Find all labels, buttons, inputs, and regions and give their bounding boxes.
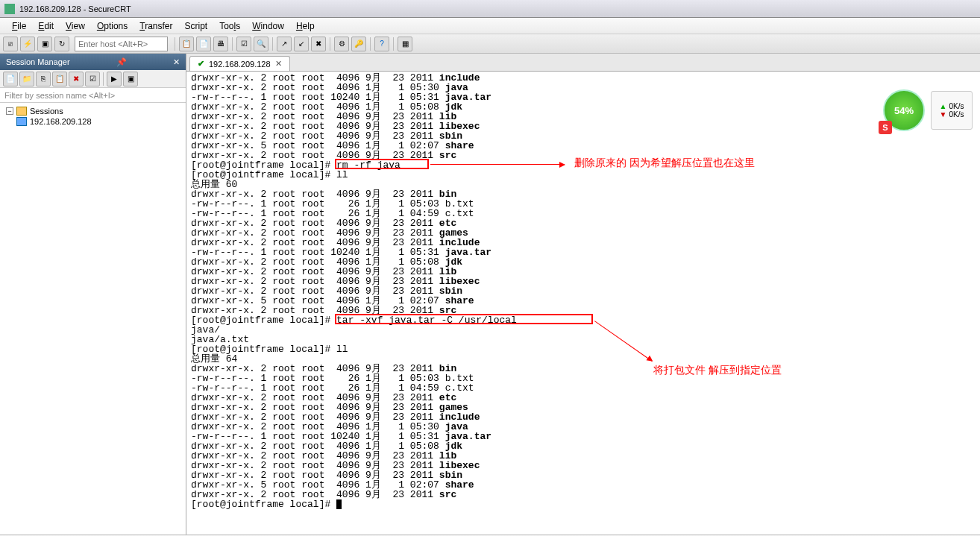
separator-icon [393,37,394,51]
session-tree: − Sessions 192.168.209.128 [0,103,186,535]
host-input[interactable] [75,37,168,51]
sm-new-icon[interactable]: 📄 [3,72,18,86]
tb-recv-icon[interactable]: ↙ [294,37,309,51]
tb-activator-icon[interactable]: ▦ [398,37,412,51]
tree-root[interactable]: − Sessions [6,106,180,116]
menu-window[interactable]: Window [246,19,290,33]
terminal-area: ✔ 192.168.209.128 ✕ drwxr-xr-x. 2 root r… [186,54,980,535]
collapse-icon[interactable]: − [6,107,13,115]
sm-copy-icon[interactable]: ⎘ [36,72,51,86]
toolbar-main: ⎚ ⚡ ▣ ↻ 📋 📄 🖶 ☑ 🔍 ↗ ↙ ✖ ⚙ 🔑 ? ▦ [0,34,980,54]
sm-tab-icon[interactable]: ▣ [123,72,138,86]
tabstrip: ✔ 192.168.209.128 ✕ [186,54,980,72]
annotation-box [335,159,429,169]
network-widget[interactable]: 54% S ▲0K/s ▼0K/s [883,89,973,134]
tb-help-icon[interactable]: ? [374,37,389,51]
tb-tab-icon[interactable]: ▣ [37,37,52,51]
terminal-line: [root@jointframe local]# ll [191,344,976,354]
widget-speeds: ▲0K/s ▼0K/s [931,91,973,130]
folder-icon [16,107,27,116]
terminal-line: [root@jointframe local]# ll [191,170,976,180]
tree-session-item[interactable]: 192.168.209.128 [6,116,180,127]
sm-paste-icon[interactable]: 📋 [52,72,67,86]
annotation-arrow-icon [430,164,565,165]
sm-folder-icon[interactable]: 📁 [19,72,34,86]
down-icon: ▼ [940,110,947,119]
cursor [336,499,342,509]
tb-copy-icon[interactable]: 📋 [179,37,194,51]
menu-script[interactable]: Script [179,19,214,33]
sm-delete-icon[interactable]: ✖ [69,72,84,86]
session-manager-title: Session Manager [6,57,70,66]
widget-badge-icon: S [879,121,892,134]
menu-edit[interactable]: Edit [32,19,60,33]
menu-tools[interactable]: Tools [213,19,246,33]
titlebar: 192.168.209.128 - SecureCRT [0,0,980,18]
tb-send-icon[interactable]: ↗ [277,37,292,51]
tab-close-icon[interactable]: ✕ [275,59,282,69]
sm-props-icon[interactable]: ☑ [85,72,100,86]
terminal[interactable]: drwxr-xr-x. 2 root root 4096 9月 23 2011 … [186,72,980,535]
separator-icon [272,37,273,51]
tb-print-icon[interactable]: 🖶 [213,37,228,51]
session-manager-panel: Session Manager 📌 ✕ 📄 📁 ⎘ 📋 ✖ ☑ ▶ ▣ Filt… [0,54,186,535]
annotation-text: 将打包文件 解压到指定位置 [653,364,782,377]
tb-properties-icon[interactable]: ☑ [236,37,251,51]
tb-stop-icon[interactable]: ✖ [311,37,326,51]
tree-root-label: Sessions [30,107,63,116]
tb-options-icon[interactable]: ⚙ [334,37,349,51]
app-icon [4,4,15,14]
window-title: 192.168.209.128 - SecureCRT [19,4,131,13]
menu-view[interactable]: View [60,19,91,33]
separator-icon [103,72,104,86]
separator-icon [370,37,371,51]
pin-icon[interactable]: 📌 [116,57,127,67]
tb-paste-icon[interactable]: 📄 [196,37,211,51]
session-manager-header: Session Manager 📌 ✕ [0,54,186,70]
menubar: File Edit View Options Transfer Script T… [0,18,980,34]
annotation-text: 删除原来的 因为希望解压位置也在这里 [574,157,755,170]
separator-icon [330,37,330,51]
tree-session-label: 192.168.209.128 [30,117,92,126]
menu-options[interactable]: Options [91,19,134,33]
tab-active[interactable]: ✔ 192.168.209.128 ✕ [189,56,290,71]
tb-connect-icon[interactable]: ⎚ [3,37,18,51]
session-manager-toolbar: 📄 📁 ⎘ 📋 ✖ ☑ ▶ ▣ [0,70,186,88]
up-icon: ▲ [940,102,947,110]
tb-find-icon[interactable]: 🔍 [254,37,268,51]
menu-help[interactable]: Help [290,19,321,33]
menu-file[interactable]: File [6,19,32,33]
tb-quick-icon[interactable]: ⚡ [20,37,35,51]
annotation-box [335,314,593,324]
separator-icon [232,37,233,51]
session-icon [16,117,27,126]
tb-reconnect-icon[interactable]: ↻ [54,37,69,51]
menu-transfer[interactable]: Transfer [134,19,178,33]
terminal-line: java/ [191,325,976,335]
session-filter[interactable]: Filter by session name <Alt+I> [0,88,186,103]
tb-key-icon[interactable]: 🔑 [351,37,366,51]
check-icon: ✔ [198,59,204,69]
terminal-line: [root@jointframe local]# [191,499,976,509]
sm-connect-icon[interactable]: ▶ [107,72,122,86]
tab-label: 192.168.209.128 [209,60,271,69]
separator-icon [175,37,175,51]
close-icon[interactable]: ✕ [173,57,180,67]
widget-percent: 54% S [883,89,925,131]
